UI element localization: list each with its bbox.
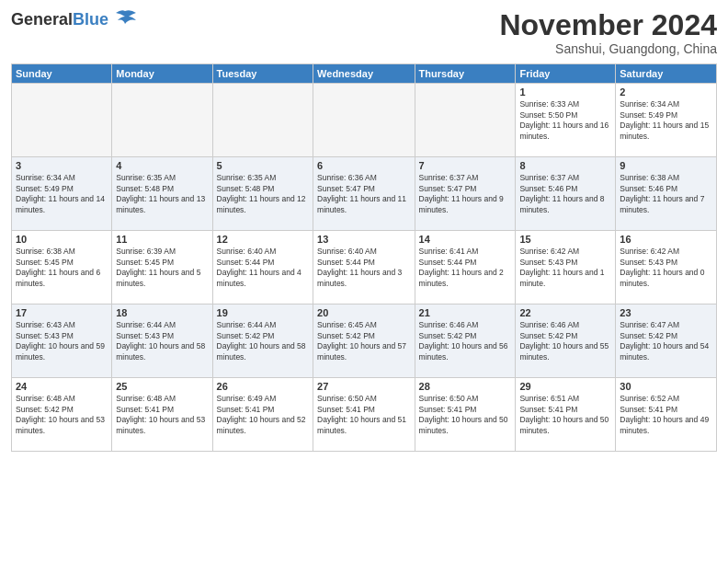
table-row bbox=[112, 84, 212, 157]
table-row: 8Sunrise: 6:37 AMSunset: 5:46 PMDaylight… bbox=[516, 157, 616, 231]
col-tuesday: Tuesday bbox=[212, 64, 313, 84]
table-row: 26Sunrise: 6:49 AMSunset: 5:41 PMDayligh… bbox=[212, 378, 313, 452]
day-number: 30 bbox=[620, 381, 712, 392]
day-info: Sunrise: 6:50 AMSunset: 5:41 PMDaylight:… bbox=[419, 394, 508, 434]
day-number: 21 bbox=[419, 307, 512, 318]
day-info: Sunrise: 6:34 AMSunset: 5:49 PMDaylight:… bbox=[620, 99, 709, 140]
day-number: 23 bbox=[620, 307, 712, 318]
day-number: 10 bbox=[16, 234, 108, 245]
day-info: Sunrise: 6:39 AMSunset: 5:45 PMDaylight:… bbox=[116, 247, 200, 287]
table-row: 22Sunrise: 6:46 AMSunset: 5:42 PMDayligh… bbox=[516, 304, 616, 378]
logo-blue: Blue bbox=[73, 10, 108, 29]
table-row: 24Sunrise: 6:48 AMSunset: 5:42 PMDayligh… bbox=[12, 378, 112, 452]
calendar-week-row: 1Sunrise: 6:33 AMSunset: 5:50 PMDaylight… bbox=[12, 84, 717, 157]
table-row bbox=[313, 84, 415, 157]
table-row: 1Sunrise: 6:33 AMSunset: 5:50 PMDaylight… bbox=[516, 84, 616, 157]
day-info: Sunrise: 6:42 AMSunset: 5:43 PMDaylight:… bbox=[620, 247, 704, 287]
day-number: 8 bbox=[519, 160, 611, 171]
day-number: 27 bbox=[317, 381, 410, 392]
table-row: 23Sunrise: 6:47 AMSunset: 5:42 PMDayligh… bbox=[616, 304, 717, 378]
calendar-table: Sunday Monday Tuesday Wednesday Thursday… bbox=[11, 63, 717, 452]
col-saturday: Saturday bbox=[616, 64, 717, 84]
day-info: Sunrise: 6:43 AMSunset: 5:43 PMDaylight:… bbox=[16, 320, 105, 361]
day-info: Sunrise: 6:45 AMSunset: 5:42 PMDaylight:… bbox=[317, 320, 406, 361]
day-number: 25 bbox=[116, 381, 208, 392]
table-row: 15Sunrise: 6:42 AMSunset: 5:43 PMDayligh… bbox=[516, 231, 616, 304]
day-info: Sunrise: 6:48 AMSunset: 5:41 PMDaylight:… bbox=[116, 394, 205, 434]
table-row: 7Sunrise: 6:37 AMSunset: 5:47 PMDaylight… bbox=[415, 157, 516, 231]
day-number: 22 bbox=[519, 307, 611, 318]
table-row: 28Sunrise: 6:50 AMSunset: 5:41 PMDayligh… bbox=[415, 378, 516, 452]
table-row: 16Sunrise: 6:42 AMSunset: 5:43 PMDayligh… bbox=[616, 231, 717, 304]
day-number: 26 bbox=[217, 381, 309, 392]
table-row: 2Sunrise: 6:34 AMSunset: 5:49 PMDaylight… bbox=[616, 84, 717, 157]
day-number: 29 bbox=[519, 381, 611, 392]
page-container: GeneralBlue November 2024 Sanshui, Guang… bbox=[0, 0, 728, 563]
day-info: Sunrise: 6:47 AMSunset: 5:42 PMDaylight:… bbox=[620, 320, 709, 361]
day-info: Sunrise: 6:34 AMSunset: 5:49 PMDaylight:… bbox=[16, 173, 105, 213]
table-row: 21Sunrise: 6:46 AMSunset: 5:42 PMDayligh… bbox=[415, 304, 516, 378]
title-block: November 2024 Sanshui, Guangdong, China bbox=[499, 9, 717, 56]
day-info: Sunrise: 6:50 AMSunset: 5:41 PMDaylight:… bbox=[317, 394, 406, 434]
table-row bbox=[415, 84, 516, 157]
day-number: 12 bbox=[217, 234, 309, 245]
day-info: Sunrise: 6:38 AMSunset: 5:46 PMDaylight:… bbox=[620, 173, 704, 213]
day-info: Sunrise: 6:40 AMSunset: 5:44 PMDaylight:… bbox=[317, 247, 402, 287]
calendar-header-row: Sunday Monday Tuesday Wednesday Thursday… bbox=[12, 64, 717, 84]
logo-general: General bbox=[11, 10, 73, 29]
col-thursday: Thursday bbox=[415, 64, 516, 84]
day-info: Sunrise: 6:37 AMSunset: 5:46 PMDaylight:… bbox=[519, 173, 604, 213]
table-row: 9Sunrise: 6:38 AMSunset: 5:46 PMDaylight… bbox=[616, 157, 717, 231]
calendar-week-row: 24Sunrise: 6:48 AMSunset: 5:42 PMDayligh… bbox=[12, 378, 717, 452]
day-info: Sunrise: 6:44 AMSunset: 5:42 PMDaylight:… bbox=[217, 320, 306, 361]
day-number: 2 bbox=[620, 86, 712, 98]
day-number: 7 bbox=[419, 160, 512, 171]
table-row: 19Sunrise: 6:44 AMSunset: 5:42 PMDayligh… bbox=[212, 304, 313, 378]
table-row: 4Sunrise: 6:35 AMSunset: 5:48 PMDaylight… bbox=[112, 157, 212, 231]
table-row: 27Sunrise: 6:50 AMSunset: 5:41 PMDayligh… bbox=[313, 378, 415, 452]
calendar-week-row: 10Sunrise: 6:38 AMSunset: 5:45 PMDayligh… bbox=[12, 231, 717, 304]
day-number: 28 bbox=[419, 381, 512, 392]
col-monday: Monday bbox=[112, 64, 212, 84]
location-text: Sanshui, Guangdong, China bbox=[499, 41, 717, 56]
day-number: 4 bbox=[116, 160, 208, 171]
day-info: Sunrise: 6:41 AMSunset: 5:44 PMDaylight:… bbox=[419, 247, 504, 287]
logo-text: GeneralBlue bbox=[11, 11, 108, 28]
day-info: Sunrise: 6:42 AMSunset: 5:43 PMDaylight:… bbox=[519, 247, 604, 287]
logo: GeneralBlue bbox=[11, 9, 138, 29]
day-info: Sunrise: 6:46 AMSunset: 5:42 PMDaylight:… bbox=[519, 320, 609, 361]
day-number: 11 bbox=[116, 234, 208, 245]
day-number: 14 bbox=[419, 234, 512, 245]
table-row: 11Sunrise: 6:39 AMSunset: 5:45 PMDayligh… bbox=[112, 231, 212, 304]
table-row: 10Sunrise: 6:38 AMSunset: 5:45 PMDayligh… bbox=[12, 231, 112, 304]
day-number: 9 bbox=[620, 160, 712, 171]
day-info: Sunrise: 6:44 AMSunset: 5:43 PMDaylight:… bbox=[116, 320, 205, 361]
day-number: 15 bbox=[519, 234, 611, 245]
calendar-week-row: 3Sunrise: 6:34 AMSunset: 5:49 PMDaylight… bbox=[12, 157, 717, 231]
day-info: Sunrise: 6:51 AMSunset: 5:41 PMDaylight:… bbox=[519, 394, 609, 434]
day-info: Sunrise: 6:33 AMSunset: 5:50 PMDaylight:… bbox=[519, 99, 609, 140]
day-number: 17 bbox=[16, 307, 108, 318]
calendar-week-row: 17Sunrise: 6:43 AMSunset: 5:43 PMDayligh… bbox=[12, 304, 717, 378]
col-sunday: Sunday bbox=[12, 64, 112, 84]
day-number: 24 bbox=[16, 381, 108, 392]
table-row: 20Sunrise: 6:45 AMSunset: 5:42 PMDayligh… bbox=[313, 304, 415, 378]
table-row: 6Sunrise: 6:36 AMSunset: 5:47 PMDaylight… bbox=[313, 157, 415, 231]
table-row: 17Sunrise: 6:43 AMSunset: 5:43 PMDayligh… bbox=[12, 304, 112, 378]
logo-bird-icon bbox=[112, 9, 138, 29]
day-number: 13 bbox=[317, 234, 410, 245]
day-info: Sunrise: 6:37 AMSunset: 5:47 PMDaylight:… bbox=[419, 173, 504, 213]
day-info: Sunrise: 6:38 AMSunset: 5:45 PMDaylight:… bbox=[16, 247, 100, 287]
table-row: 3Sunrise: 6:34 AMSunset: 5:49 PMDaylight… bbox=[12, 157, 112, 231]
day-info: Sunrise: 6:35 AMSunset: 5:48 PMDaylight:… bbox=[116, 173, 205, 213]
day-number: 3 bbox=[16, 160, 108, 171]
col-friday: Friday bbox=[516, 64, 616, 84]
day-number: 20 bbox=[317, 307, 410, 318]
day-number: 5 bbox=[217, 160, 309, 171]
day-info: Sunrise: 6:49 AMSunset: 5:41 PMDaylight:… bbox=[217, 394, 306, 434]
day-number: 6 bbox=[317, 160, 410, 171]
day-number: 1 bbox=[519, 86, 611, 98]
day-info: Sunrise: 6:36 AMSunset: 5:47 PMDaylight:… bbox=[317, 173, 406, 213]
table-row: 12Sunrise: 6:40 AMSunset: 5:44 PMDayligh… bbox=[212, 231, 313, 304]
table-row: 18Sunrise: 6:44 AMSunset: 5:43 PMDayligh… bbox=[112, 304, 212, 378]
